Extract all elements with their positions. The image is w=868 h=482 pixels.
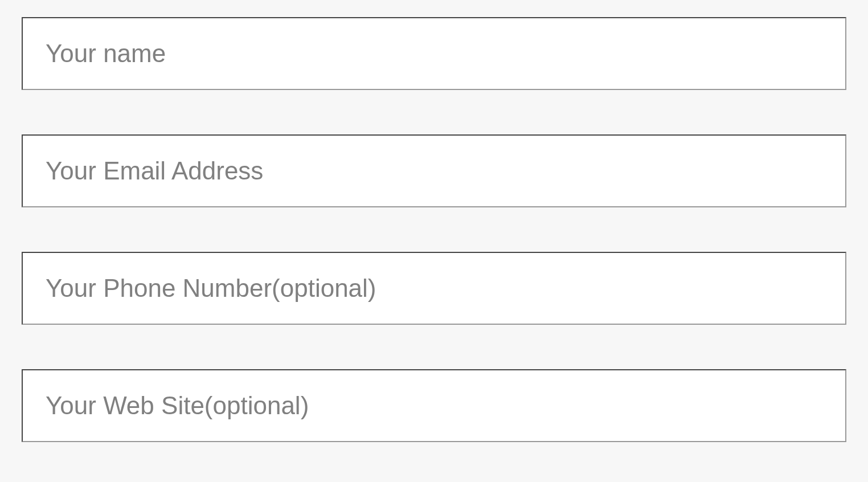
contact-form [22,17,846,442]
phone-input[interactable] [22,252,846,325]
website-input[interactable] [22,369,846,442]
email-input[interactable] [22,134,846,207]
name-input[interactable] [22,17,846,90]
